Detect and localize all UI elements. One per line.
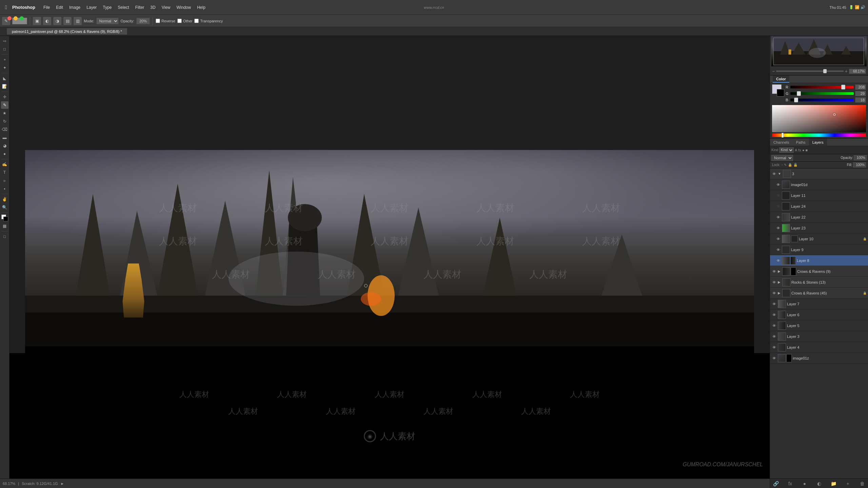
tool-icon-2[interactable]: ◐ bbox=[43, 17, 51, 25]
document-tab[interactable]: patreon11_paintover.psd @ 68.2% (Crows &… bbox=[7, 28, 127, 35]
blend-mode-select[interactable]: Normal bbox=[771, 155, 793, 161]
tool-icon-3[interactable]: ◑ bbox=[53, 17, 61, 25]
filter-fx-icon[interactable]: fx bbox=[798, 148, 801, 152]
layer-image01z[interactable]: 👁 image01z bbox=[770, 353, 868, 364]
menu-type[interactable]: Type bbox=[100, 4, 114, 11]
layer-11[interactable]: 👁 Layer 11 bbox=[770, 190, 868, 201]
filter-name-icon[interactable]: A bbox=[795, 148, 797, 152]
menu-select[interactable]: Select bbox=[115, 4, 132, 11]
blue-value-input[interactable]: 18 bbox=[855, 97, 866, 103]
layer-8[interactable]: 👁 Layer 8 bbox=[770, 255, 868, 266]
navigator-zoom-input[interactable]: 68.17% bbox=[849, 69, 866, 74]
layer-group-3[interactable]: 👁 ▼ 3 bbox=[770, 168, 868, 179]
layer-22[interactable]: 👁 Layer 22 bbox=[770, 212, 868, 223]
layer-8-visibility[interactable]: 👁 bbox=[775, 258, 781, 263]
layers-filter-select[interactable]: Kind bbox=[779, 147, 794, 153]
background-swatch[interactable] bbox=[777, 89, 784, 97]
blur-tool[interactable]: ◕ bbox=[1, 142, 8, 149]
transparency-checkbox[interactable] bbox=[194, 19, 199, 23]
history-tool[interactable]: ↻ bbox=[1, 118, 8, 125]
menu-layer[interactable]: Layer bbox=[84, 4, 99, 11]
layer-11-visibility[interactable]: 👁 bbox=[775, 193, 781, 198]
dodge-tool[interactable]: ● bbox=[1, 150, 8, 158]
layer-fx-btn[interactable]: fx bbox=[787, 480, 794, 487]
layer-9-visibility[interactable]: 👁 bbox=[775, 247, 781, 252]
layer-7-visibility[interactable]: 👁 bbox=[771, 301, 777, 307]
channels-tab[interactable]: Channels bbox=[770, 139, 792, 146]
minimize-button[interactable] bbox=[14, 16, 18, 20]
layer-image01d-visibility[interactable]: 👁 bbox=[775, 182, 781, 187]
filter-smart-icon[interactable]: ■ bbox=[806, 148, 808, 152]
layer-3-expand-icon[interactable]: ▼ bbox=[778, 172, 781, 176]
opacity-input[interactable]: 20% bbox=[136, 18, 150, 24]
crows-ravens-45-expand[interactable]: ▶ bbox=[778, 291, 781, 295]
layer-3-visibility[interactable]: 👁 bbox=[771, 171, 777, 177]
layer-4-visibility[interactable]: 👁 bbox=[771, 345, 777, 350]
layer-link-btn[interactable]: 🔗 bbox=[772, 480, 780, 487]
layer-10-visibility[interactable]: 👁 bbox=[775, 236, 781, 242]
menu-window[interactable]: Window bbox=[174, 4, 194, 11]
menu-view[interactable]: View bbox=[159, 4, 173, 11]
lock-all-btn[interactable]: 🔓 bbox=[793, 163, 797, 167]
lock-transparent-btn[interactable]: ▫ bbox=[782, 163, 783, 167]
layer-3-item[interactable]: 👁 Layer 3 bbox=[770, 331, 868, 342]
layer-24[interactable]: 👁 Layer 24 bbox=[770, 201, 868, 212]
mode-select[interactable]: Normal bbox=[96, 18, 119, 24]
rocks-expand[interactable]: ▶ bbox=[778, 280, 781, 284]
quick-mask-tool[interactable]: ▩ bbox=[1, 222, 8, 230]
layers-tab[interactable]: Layers bbox=[809, 139, 827, 146]
close-button[interactable] bbox=[7, 16, 12, 20]
pen-tool[interactable]: ✍ bbox=[1, 161, 8, 168]
menu-filter[interactable]: Filter bbox=[133, 4, 147, 11]
move-tool[interactable]: ⇨ bbox=[1, 37, 8, 45]
stamp-tool[interactable]: ★ bbox=[1, 109, 8, 117]
layer-10[interactable]: 👁 Layer 10 🔒 bbox=[770, 233, 868, 244]
crows-ravens-9-expand[interactable]: ▶ bbox=[778, 269, 781, 273]
layer-4[interactable]: 👁 Layer 4 bbox=[770, 342, 868, 353]
color-hue-bar[interactable] bbox=[772, 134, 866, 137]
layer-5-visibility[interactable]: 👁 bbox=[771, 323, 777, 328]
foreground-bg-swatches[interactable] bbox=[1, 214, 8, 222]
rocks-visibility[interactable]: 👁 bbox=[771, 280, 777, 285]
hand-tool[interactable]: ✌ bbox=[1, 196, 8, 203]
crows-ravens-45-visibility[interactable]: 👁 bbox=[771, 290, 777, 296]
zoom-minus-icon[interactable]: − bbox=[772, 68, 775, 74]
eyedropper-tool[interactable]: 📝 bbox=[1, 83, 8, 90]
rocks-stones-group[interactable]: 👁 ▶ Rocks & Stones (13) bbox=[770, 277, 868, 288]
menu-help[interactable]: Help bbox=[194, 4, 208, 11]
color-tab[interactable]: Color bbox=[773, 76, 789, 83]
layer-6-visibility[interactable]: 👁 bbox=[771, 312, 777, 318]
layer-24-visibility[interactable]: 👁 bbox=[775, 204, 781, 209]
zoom-slider[interactable] bbox=[776, 70, 844, 72]
apple-menu-icon[interactable]:  bbox=[3, 4, 9, 11]
layer-image01z-visibility[interactable]: 👁 bbox=[771, 355, 777, 361]
other-checkbox[interactable] bbox=[177, 19, 182, 23]
maximize-button[interactable] bbox=[20, 16, 24, 20]
menu-image[interactable]: Image bbox=[66, 4, 83, 11]
menu-3d[interactable]: 3D bbox=[147, 4, 158, 11]
layer-image01d[interactable]: 👁 image01d bbox=[770, 179, 868, 190]
green-value-input[interactable]: 29 bbox=[855, 91, 866, 96]
layer-6[interactable]: 👁 Layer 6 bbox=[770, 309, 868, 320]
shape-tool[interactable]: ▪ bbox=[1, 185, 8, 192]
change-screen-mode[interactable]: □ bbox=[1, 233, 8, 240]
crows-ravens-9-group[interactable]: 👁 ▶ Crows & Ravens (9) bbox=[770, 266, 868, 277]
layer-adjustment-btn[interactable]: ◐ bbox=[815, 480, 823, 487]
menu-edit[interactable]: Edit bbox=[53, 4, 66, 11]
layer-3-item-visibility[interactable]: 👁 bbox=[771, 334, 777, 339]
opacity-input[interactable]: 100% bbox=[854, 155, 867, 160]
crows-ravens-45-group[interactable]: 👁 ▶ Crows & Ravens (45) 🔒 bbox=[770, 288, 868, 299]
fill-input[interactable]: 100% bbox=[853, 162, 866, 167]
tool-icon-4[interactable]: ▤ bbox=[63, 17, 72, 25]
reverse-checkbox[interactable] bbox=[156, 19, 160, 23]
tool-icon-5[interactable]: ▥ bbox=[74, 17, 82, 25]
gradient-tool[interactable]: ▬ bbox=[1, 134, 8, 141]
layer-delete-btn[interactable]: 🗑 bbox=[859, 480, 866, 487]
layer-22-visibility[interactable]: 👁 bbox=[775, 215, 781, 220]
eraser-tool[interactable]: ⌫ bbox=[1, 126, 8, 133]
zoom-plus-icon[interactable]: + bbox=[845, 68, 848, 74]
filter-mask-icon[interactable]: ● bbox=[802, 148, 805, 152]
marquee-tool[interactable]: □ bbox=[1, 45, 8, 53]
tool-icon-1[interactable]: ▣ bbox=[33, 17, 41, 25]
status-arrow[interactable]: ► bbox=[61, 482, 64, 486]
